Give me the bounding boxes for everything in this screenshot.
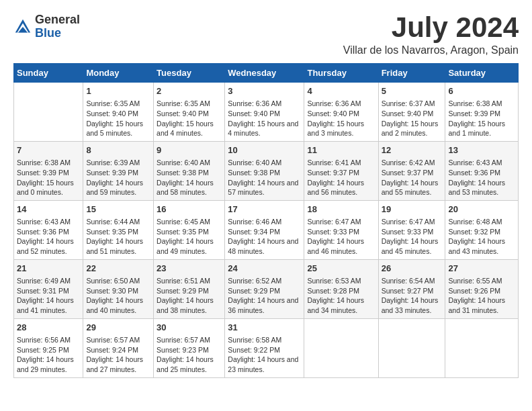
calendar-cell: 14 Sunrise: 6:43 AM Sunset: 9:36 PM Dayl… — [14, 200, 83, 259]
sunrise-info: Sunrise: 6:36 AM — [307, 99, 375, 109]
daylight-info: Daylight: 14 hours and 48 minutes. — [228, 236, 301, 256]
sunrise-info: Sunrise: 6:40 AM — [228, 158, 301, 168]
sunset-info: Sunset: 9:38 PM — [228, 168, 301, 178]
calendar-cell — [14, 83, 83, 142]
calendar-cell: 17 Sunrise: 6:46 AM Sunset: 9:34 PM Dayl… — [225, 200, 304, 259]
daylight-info: Daylight: 15 hours and 1 minute. — [448, 119, 515, 138]
sunrise-info: Sunrise: 6:49 AM — [17, 276, 80, 286]
daylight-info: Daylight: 15 hours and 4 minutes. — [228, 119, 301, 138]
daylight-info: Daylight: 14 hours and 52 minutes. — [17, 236, 80, 256]
sunset-info: Sunset: 9:27 PM — [382, 286, 443, 296]
sunset-info: Sunset: 9:35 PM — [157, 227, 222, 237]
calendar-cell: 23 Sunrise: 6:51 AM Sunset: 9:29 PM Dayl… — [154, 259, 225, 318]
calendar-cell: 19 Sunrise: 6:47 AM Sunset: 9:33 PM Dayl… — [378, 200, 445, 259]
calendar-cell: 21 Sunrise: 6:49 AM Sunset: 9:31 PM Dayl… — [14, 259, 83, 318]
month-title: July 2024 — [343, 13, 519, 42]
daylight-info: Daylight: 15 hours and 0 minutes. — [17, 178, 80, 197]
logo-icon — [13, 17, 32, 36]
calendar-cell: 18 Sunrise: 6:47 AM Sunset: 9:33 PM Dayl… — [304, 200, 378, 259]
calendar-cell: 4 Sunrise: 6:36 AM Sunset: 9:40 PM Dayli… — [304, 83, 378, 142]
daylight-info: Daylight: 14 hours and 34 minutes. — [307, 295, 375, 315]
sunrise-info: Sunrise: 6:58 AM — [228, 335, 301, 345]
day-number: 24 — [228, 263, 301, 275]
calendar-cell: 7 Sunrise: 6:38 AM Sunset: 9:39 PM Dayli… — [14, 141, 83, 200]
sunrise-info: Sunrise: 6:35 AM — [86, 99, 150, 109]
week-row-2: 7 Sunrise: 6:38 AM Sunset: 9:39 PM Dayli… — [14, 141, 519, 200]
weekday-header-thursday: Thursday — [304, 64, 378, 83]
sunset-info: Sunset: 9:34 PM — [228, 227, 301, 237]
calendar-cell: 15 Sunrise: 6:44 AM Sunset: 9:35 PM Dayl… — [83, 200, 154, 259]
day-number: 13 — [448, 144, 515, 156]
sunrise-info: Sunrise: 6:57 AM — [157, 335, 222, 345]
sunrise-info: Sunrise: 6:42 AM — [382, 158, 443, 168]
day-number: 1 — [86, 85, 150, 97]
daylight-info: Daylight: 14 hours and 59 minutes. — [86, 178, 150, 197]
sunrise-info: Sunrise: 6:57 AM — [86, 335, 150, 345]
daylight-info: Daylight: 14 hours and 49 minutes. — [157, 236, 222, 256]
calendar-cell — [378, 318, 445, 377]
weekday-header-sunday: Sunday — [14, 64, 83, 83]
weekday-header-monday: Monday — [83, 64, 154, 83]
sunrise-info: Sunrise: 6:48 AM — [448, 217, 515, 227]
sunset-info: Sunset: 9:30 PM — [86, 286, 150, 296]
calendar-cell: 24 Sunrise: 6:52 AM Sunset: 9:29 PM Dayl… — [225, 259, 304, 318]
sunrise-info: Sunrise: 6:52 AM — [228, 276, 301, 286]
sunset-info: Sunset: 9:39 PM — [448, 109, 515, 119]
day-number: 29 — [86, 322, 150, 334]
sunrise-info: Sunrise: 6:35 AM — [157, 99, 222, 109]
sunrise-info: Sunrise: 6:39 AM — [86, 158, 150, 168]
weekday-header-row: SundayMondayTuesdayWednesdayThursdayFrid… — [14, 64, 519, 83]
logo-blue: Blue — [35, 27, 80, 40]
daylight-info: Daylight: 14 hours and 41 minutes. — [17, 295, 80, 315]
day-number: 9 — [157, 144, 222, 156]
logo-text: General Blue — [35, 13, 80, 40]
calendar-cell — [445, 318, 519, 377]
calendar-cell: 11 Sunrise: 6:41 AM Sunset: 9:37 PM Dayl… — [304, 141, 378, 200]
daylight-info: Daylight: 14 hours and 33 minutes. — [382, 295, 443, 315]
sunset-info: Sunset: 9:39 PM — [86, 168, 150, 178]
day-number: 27 — [448, 263, 515, 275]
sunrise-info: Sunrise: 6:41 AM — [307, 158, 375, 168]
sunset-info: Sunset: 9:38 PM — [157, 168, 222, 178]
location-title: Villar de los Navarros, Aragon, Spain — [343, 44, 519, 56]
sunrise-info: Sunrise: 6:38 AM — [448, 99, 515, 109]
week-row-5: 28 Sunrise: 6:56 AM Sunset: 9:25 PM Dayl… — [14, 318, 519, 377]
sunset-info: Sunset: 9:29 PM — [228, 286, 301, 296]
day-number: 12 — [382, 144, 443, 156]
daylight-info: Daylight: 14 hours and 58 minutes. — [157, 178, 222, 197]
daylight-info: Daylight: 15 hours and 5 minutes. — [86, 119, 150, 138]
sunset-info: Sunset: 9:25 PM — [17, 345, 80, 355]
daylight-info: Daylight: 14 hours and 55 minutes. — [382, 178, 443, 197]
daylight-info: Daylight: 14 hours and 51 minutes. — [86, 236, 150, 256]
daylight-info: Daylight: 15 hours and 4 minutes. — [157, 119, 222, 138]
sunrise-info: Sunrise: 6:43 AM — [17, 217, 80, 227]
day-number: 10 — [228, 144, 301, 156]
day-number: 5 — [382, 85, 443, 97]
sunset-info: Sunset: 9:23 PM — [157, 345, 222, 355]
sunrise-info: Sunrise: 6:54 AM — [382, 276, 443, 286]
sunrise-info: Sunrise: 6:55 AM — [448, 276, 515, 286]
day-number: 25 — [307, 263, 375, 275]
daylight-info: Daylight: 14 hours and 43 minutes. — [448, 236, 515, 256]
sunset-info: Sunset: 9:40 PM — [86, 109, 150, 119]
day-number: 21 — [17, 263, 80, 275]
sunset-info: Sunset: 9:37 PM — [307, 168, 375, 178]
calendar-cell: 22 Sunrise: 6:50 AM Sunset: 9:30 PM Dayl… — [83, 259, 154, 318]
day-number: 30 — [157, 322, 222, 334]
day-number: 15 — [86, 203, 150, 216]
day-number: 20 — [448, 203, 515, 216]
sunrise-info: Sunrise: 6:45 AM — [157, 217, 222, 227]
daylight-info: Daylight: 14 hours and 38 minutes. — [157, 295, 222, 315]
sunset-info: Sunset: 9:39 PM — [17, 168, 80, 178]
daylight-info: Daylight: 14 hours and 45 minutes. — [382, 236, 443, 256]
day-number: 28 — [17, 322, 80, 334]
weekday-header-saturday: Saturday — [445, 64, 519, 83]
calendar-cell: 25 Sunrise: 6:53 AM Sunset: 9:28 PM Dayl… — [304, 259, 378, 318]
sunrise-info: Sunrise: 6:47 AM — [307, 217, 375, 227]
week-row-3: 14 Sunrise: 6:43 AM Sunset: 9:36 PM Dayl… — [14, 200, 519, 259]
daylight-info: Daylight: 14 hours and 25 minutes. — [157, 355, 222, 374]
day-number: 16 — [157, 203, 222, 216]
sunrise-info: Sunrise: 6:43 AM — [448, 158, 515, 168]
title-block: July 2024 Villar de los Navarros, Aragon… — [343, 13, 519, 56]
day-number: 4 — [307, 85, 375, 97]
